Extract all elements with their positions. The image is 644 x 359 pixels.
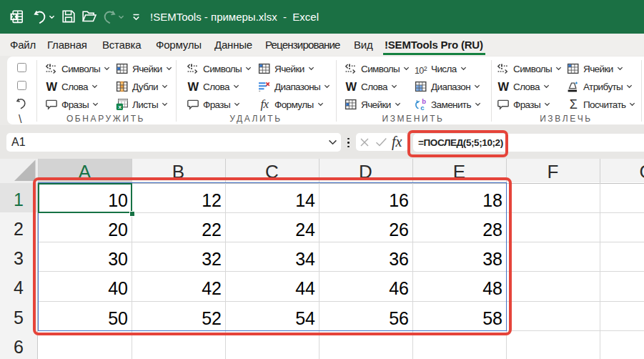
svg-text:c: c	[420, 104, 424, 111]
